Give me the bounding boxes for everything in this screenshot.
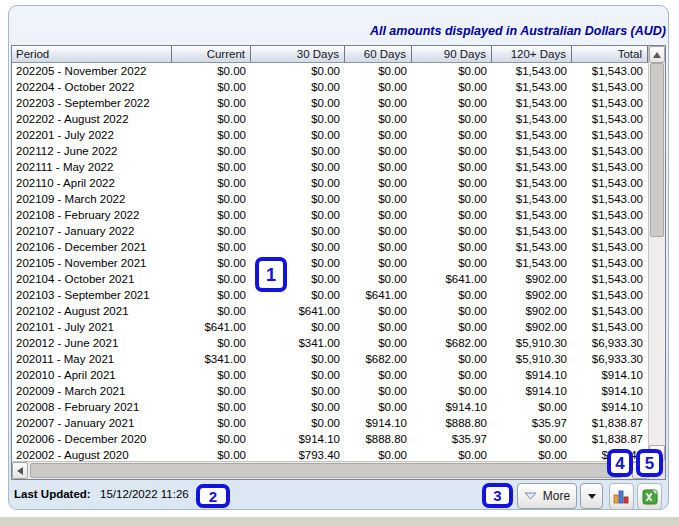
cell-total: $1,543.00 (572, 144, 648, 160)
cell-30-days: $0.00 (251, 368, 345, 384)
cell-90-days: $914.10 (412, 400, 492, 416)
column-header-120-plus-days[interactable]: 120+ Days (492, 46, 572, 62)
cell-30-days: $0.00 (251, 112, 345, 128)
scroll-left-button[interactable] (12, 462, 28, 479)
cell-total: $1,838.87 (572, 432, 648, 448)
cell-120-plus-days: $0.00 (492, 400, 572, 416)
vertical-scroll-thumb[interactable] (650, 63, 664, 237)
cell-30-days: $0.00 (251, 160, 345, 176)
horizontal-scroll-thumb[interactable] (30, 463, 622, 478)
cell-30-days: $0.00 (251, 352, 345, 368)
chart-view-button[interactable] (609, 483, 634, 510)
cell-period: 202204 - October 2022 (12, 80, 172, 96)
table-row[interactable]: 202203 - September 2022$0.00$0.00$0.00$0… (12, 96, 648, 112)
cell-period: 202104 - October 2021 (12, 272, 172, 288)
cell-30-days: $0.00 (251, 208, 345, 224)
cell-60-days: $0.00 (345, 64, 412, 80)
table-row[interactable]: 202101 - July 2021$641.00$0.00$0.00$0.00… (12, 320, 648, 336)
column-header-60-days[interactable]: 60 Days (345, 46, 412, 62)
cell-120-plus-days: $902.00 (492, 304, 572, 320)
table-row[interactable]: 202006 - December 2020$0.00$914.10$888.8… (12, 432, 648, 448)
cell-30-days: $341.00 (251, 336, 345, 352)
more-dropdown-button[interactable] (580, 483, 603, 509)
column-header-30-days[interactable]: 30 Days (251, 46, 345, 62)
cell-total: $1,543.00 (572, 288, 648, 304)
more-expand-icon (524, 492, 537, 500)
table-row[interactable]: 202107 - January 2022$0.00$0.00$0.00$0.0… (12, 224, 648, 240)
cell-120-plus-days: $914.10 (492, 384, 572, 400)
cell-60-days: $0.00 (345, 240, 412, 256)
cell-60-days: $0.00 (345, 144, 412, 160)
column-header-90-days[interactable]: 90 Days (412, 46, 492, 62)
cell-30-days: $0.00 (251, 144, 345, 160)
cell-total: $1,543.00 (572, 64, 648, 80)
cell-30-days: $0.00 (251, 224, 345, 240)
table-content-area: PeriodCurrent30 Days60 Days90 Days120+ D… (12, 46, 648, 479)
cell-total: $1,543.00 (572, 192, 648, 208)
horizontal-scrollbar[interactable] (12, 461, 648, 479)
table-row[interactable]: 202102 - August 2021$0.00$641.00$0.00$0.… (12, 304, 648, 320)
table-row[interactable]: 202201 - July 2022$0.00$0.00$0.00$0.00$1… (12, 128, 648, 144)
table-row[interactable]: 202110 - April 2022$0.00$0.00$0.00$0.00$… (12, 176, 648, 192)
cell-current: $0.00 (172, 224, 251, 240)
table-row[interactable]: 202002 - August 2020$0.00$793.40$0.00$0.… (12, 448, 648, 461)
table-row[interactable]: 202012 - June 2021$0.00$341.00$0.00$682.… (12, 336, 648, 352)
cell-120-plus-days: $5,910.30 (492, 352, 572, 368)
cell-90-days: $682.00 (412, 336, 492, 352)
cell-period: 202202 - August 2022 (12, 112, 172, 128)
annotation-marker-1: 1 (255, 257, 287, 292)
table-row[interactable]: 202009 - March 2021$0.00$0.00$0.00$0.00$… (12, 384, 648, 400)
cell-30-days: $641.00 (251, 304, 345, 320)
cell-90-days: $0.00 (412, 160, 492, 176)
cell-total: $1,543.00 (572, 272, 648, 288)
cell-total: $1,543.00 (572, 224, 648, 240)
table-row[interactable]: 202105 - November 2021$0.00$0.00$0.00$0.… (12, 256, 648, 272)
table-row[interactable]: 202011 - May 2021$341.00$0.00$682.00$0.0… (12, 352, 648, 368)
table-row[interactable]: 202204 - October 2022$0.00$0.00$0.00$0.0… (12, 80, 648, 96)
table-row[interactable]: 202111 - May 2022$0.00$0.00$0.00$0.00$1,… (12, 160, 648, 176)
cell-30-days: $914.10 (251, 432, 345, 448)
table-row[interactable]: 202104 - October 2021$0.00$0.00$0.00$641… (12, 272, 648, 288)
table-row[interactable]: 202109 - March 2022$0.00$0.00$0.00$0.00$… (12, 192, 648, 208)
cell-current: $0.00 (172, 272, 251, 288)
cell-current: $0.00 (172, 128, 251, 144)
horizontal-scroll-track[interactable] (28, 462, 632, 479)
more-button[interactable]: More (517, 483, 577, 509)
table-row[interactable]: 202202 - August 2022$0.00$0.00$0.00$0.00… (12, 112, 648, 128)
vertical-scrollbar[interactable] (648, 46, 665, 479)
excel-export-button[interactable] (637, 483, 662, 510)
cell-period: 202105 - November 2021 (12, 256, 172, 272)
cell-90-days: $0.00 (412, 256, 492, 272)
table-row[interactable]: 202112 - June 2022$0.00$0.00$0.00$0.00$1… (12, 144, 648, 160)
cell-current: $0.00 (172, 160, 251, 176)
cell-90-days: $0.00 (412, 304, 492, 320)
cell-90-days: $0.00 (412, 176, 492, 192)
cell-period: 202011 - May 2021 (12, 352, 172, 368)
cell-total: $1,543.00 (572, 320, 648, 336)
cell-30-days: $0.00 (251, 128, 345, 144)
cell-120-plus-days: $1,543.00 (492, 224, 572, 240)
cell-total: $914.10 (572, 384, 648, 400)
table-row[interactable]: 202007 - January 2021$0.00$0.00$914.10$8… (12, 416, 648, 432)
table-row[interactable]: 202103 - September 2021$0.00$0.00$641.00… (12, 288, 648, 304)
cell-period: 202102 - August 2021 (12, 304, 172, 320)
cell-total: $1,543.00 (572, 256, 648, 272)
scroll-up-button[interactable] (649, 46, 665, 63)
column-header-period[interactable]: Period (12, 46, 172, 62)
table-row[interactable]: 202008 - February 2021$0.00$0.00$0.00$91… (12, 400, 648, 416)
cell-120-plus-days: $1,543.00 (492, 208, 572, 224)
cell-90-days: $888.80 (412, 416, 492, 432)
cell-90-days: $0.00 (412, 192, 492, 208)
table-row[interactable]: 202106 - December 2021$0.00$0.00$0.00$0.… (12, 240, 648, 256)
table-row[interactable]: 202108 - February 2022$0.00$0.00$0.00$0.… (12, 208, 648, 224)
table-row[interactable]: 202010 - April 2021$0.00$0.00$0.00$0.00$… (12, 368, 648, 384)
cell-total: $1,543.00 (572, 160, 648, 176)
column-header-total[interactable]: Total (572, 46, 648, 62)
cell-current: $0.00 (172, 96, 251, 112)
column-header-current[interactable]: Current (172, 46, 251, 62)
cell-90-days: $0.00 (412, 224, 492, 240)
annotation-marker-3: 3 (482, 483, 513, 508)
table-row[interactable]: 202205 - November 2022$0.00$0.00$0.00$0.… (12, 64, 648, 80)
cell-30-days: $0.00 (251, 64, 345, 80)
vertical-scroll-track[interactable] (649, 63, 665, 445)
